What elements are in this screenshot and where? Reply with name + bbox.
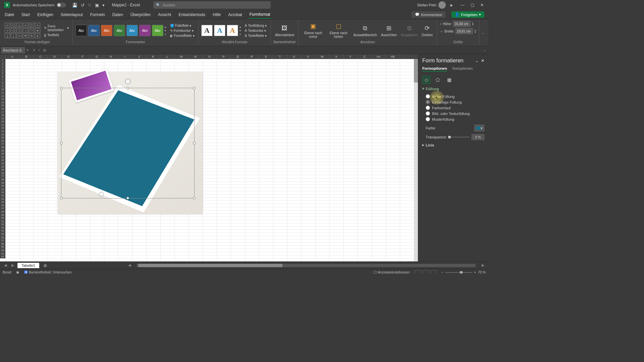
autosave-toggle[interactable] <box>57 3 66 7</box>
fuelleffekt-button[interactable]: 🪣 Fülleffekt ▾ <box>169 23 196 28</box>
row-header[interactable]: 9 <box>0 85 5 88</box>
row-header[interactable]: 62 <box>0 255 5 258</box>
ausrichten-button[interactable]: ⊞Ausrichten <box>380 24 398 38</box>
transparency-input[interactable] <box>472 134 484 140</box>
row-header[interactable]: 19 <box>0 117 5 120</box>
row-header[interactable]: 13 <box>0 98 5 101</box>
save-icon[interactable]: 💾 <box>72 3 77 8</box>
fill-color-button[interactable]: ▾ <box>474 125 484 131</box>
cancel-formula-icon[interactable]: ✕ <box>33 48 36 52</box>
select-all-corner[interactable] <box>0 54 5 59</box>
col-header[interactable]: G <box>90 54 104 59</box>
row-header[interactable]: 45 <box>0 200 5 204</box>
row-header[interactable]: 58 <box>0 242 5 246</box>
row-header[interactable]: 27 <box>0 142 5 146</box>
row-header[interactable]: 28 <box>0 146 5 149</box>
tab-entwicklertools[interactable]: Entwicklertools <box>178 11 206 18</box>
row-header[interactable]: 29 <box>0 149 5 153</box>
column-headers[interactable]: ABCDEFGHIJKLMNOPQRSTUVWXYZAAAB <box>5 54 418 59</box>
wordart-style-1[interactable]: A <box>201 25 213 36</box>
row-header[interactable]: 32 <box>0 159 5 162</box>
row-header[interactable]: 2 <box>0 62 5 66</box>
col-header[interactable]: A <box>5 54 19 59</box>
row-header[interactable]: 35 <box>0 168 5 172</box>
row-header[interactable]: 46 <box>0 204 5 207</box>
view-pagelayout-button[interactable] <box>423 270 429 274</box>
col-header[interactable]: Z <box>358 54 372 59</box>
horizontal-scrollbar[interactable] <box>137 264 476 267</box>
fill-gradient-radio[interactable]: Farbverlauf <box>422 105 484 111</box>
row-header[interactable]: 57 <box>0 239 5 242</box>
row-header[interactable]: 7 <box>0 78 5 82</box>
sheet-nav-prev[interactable]: ◀ <box>3 263 8 267</box>
col-header[interactable]: L <box>160 54 174 59</box>
qat-more-icon[interactable]: ▾ <box>102 3 105 8</box>
textkontur-button[interactable]: A Textkontur ▾ <box>244 28 268 33</box>
shape-style-6[interactable]: Abc <box>139 25 151 36</box>
vertical-scrollbar[interactable] <box>414 59 418 261</box>
alternativtext-button[interactable]: 🖼Alternativtext <box>273 24 296 38</box>
row-header[interactable]: 34 <box>0 165 5 169</box>
formeffekte-button[interactable]: ◐ Formeffekte ▾ <box>169 34 196 38</box>
fill-solid-radio[interactable]: Einfarbige Füllung <box>422 99 484 105</box>
shape-style-3[interactable]: Abc <box>101 25 112 36</box>
row-header[interactable]: 16 <box>0 107 5 111</box>
row-header[interactable]: 54 <box>0 229 5 233</box>
col-header[interactable]: S <box>259 54 273 59</box>
ebene-hinten-button[interactable]: ▢Ebene nach hinten <box>326 22 351 39</box>
row-header[interactable]: 5 <box>0 72 5 75</box>
namebox-dropdown-icon[interactable]: ▼ <box>26 49 29 52</box>
col-header[interactable]: I <box>118 54 132 59</box>
row-header[interactable]: 20 <box>0 120 5 123</box>
view-normal-button[interactable] <box>415 270 421 274</box>
col-header[interactable]: U <box>287 54 301 59</box>
row-header[interactable]: 44 <box>0 197 5 201</box>
row-header[interactable]: 22 <box>0 126 5 130</box>
zoom-slider[interactable] <box>445 272 472 273</box>
macro-record-icon[interactable]: ▣ <box>16 270 19 274</box>
row-header[interactable]: 21 <box>0 123 5 127</box>
row-header[interactable]: 37 <box>0 175 5 178</box>
row-header[interactable]: 41 <box>0 188 5 191</box>
col-header[interactable]: B <box>19 54 34 59</box>
row-header[interactable]: 8 <box>0 81 5 85</box>
tab-seitenlayout[interactable]: Seitenlayout <box>60 11 84 18</box>
tab-formeln[interactable]: Formeln <box>90 11 106 18</box>
row-header[interactable]: 36 <box>0 172 5 175</box>
row-header[interactable]: 24 <box>0 133 5 136</box>
zoom-in-button[interactable]: + <box>474 270 476 274</box>
comments-button[interactable]: 💬 Kommentare <box>412 11 445 18</box>
row-header[interactable]: 59 <box>0 245 5 249</box>
style-gallery-more[interactable]: ▴▾≡ <box>165 25 166 36</box>
shape-gallery[interactable]: ▭◯△▱▢◇ ↗⬠⬡☆⬭➤ {}⬰⬲↻▾ <box>5 23 40 38</box>
col-header[interactable]: AB <box>386 54 400 59</box>
row-header[interactable]: 61 <box>0 252 5 255</box>
tab-start[interactable]: Start <box>21 11 31 18</box>
texteffekte-button[interactable]: A Texteffekte ▾ <box>244 34 268 38</box>
tab-ueberpruefen[interactable]: Überprüfen <box>130 11 151 18</box>
fill-picture-radio[interactable]: Bild- oder Texturfüllung <box>422 111 484 116</box>
formula-input[interactable] <box>49 47 481 53</box>
row-header[interactable]: 6 <box>0 75 5 78</box>
redo-icon[interactable]: ↻ <box>88 3 92 8</box>
col-header[interactable]: V <box>301 54 315 59</box>
zoom-level[interactable]: 70 % <box>478 270 486 274</box>
col-header[interactable]: R <box>245 54 259 59</box>
zoom-out-button[interactable]: − <box>441 270 443 274</box>
section-linie[interactable]: ▸ Linie <box>422 143 484 147</box>
col-header[interactable]: E <box>62 54 76 59</box>
row-header[interactable]: 26 <box>0 139 5 143</box>
row-header[interactable]: 17 <box>0 111 5 114</box>
tab-datei[interactable]: Datei <box>4 11 15 18</box>
view-pagebreak-button[interactable] <box>431 270 437 274</box>
wordart-style-3[interactable]: A <box>227 25 238 36</box>
name-box[interactable]: Rechteck 6 <box>1 47 25 53</box>
col-header[interactable]: K <box>146 54 160 59</box>
transparency-slider[interactable] <box>448 137 470 137</box>
undo-icon[interactable]: ↺ <box>81 3 85 8</box>
row-header[interactable]: 60 <box>0 249 5 252</box>
shape-style-4[interactable]: Abc <box>114 25 125 36</box>
formula-expand-icon[interactable]: ⌄ <box>481 48 488 52</box>
col-header[interactable]: J <box>132 54 146 59</box>
col-header[interactable]: AA <box>372 54 386 59</box>
